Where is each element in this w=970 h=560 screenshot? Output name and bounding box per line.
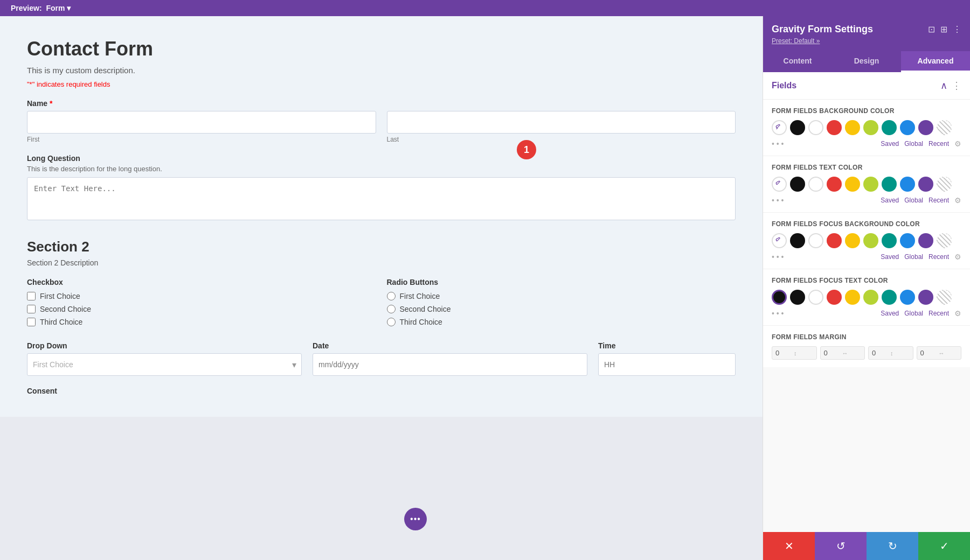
checkbox-1[interactable] — [27, 292, 36, 300]
focus-bg-green-swatch[interactable] — [863, 233, 878, 248]
tab-advanced[interactable]: Advanced — [901, 51, 970, 72]
focus-bg-saved-btn[interactable]: Saved — [881, 253, 899, 261]
settings-icon-layout[interactable]: ⊞ — [940, 24, 947, 34]
settings-icon-expand[interactable]: ⊡ — [928, 24, 935, 34]
focus-bg-yellow-swatch[interactable] — [845, 233, 860, 248]
focus-bg-red-swatch[interactable] — [827, 233, 842, 248]
tab-design[interactable]: Design — [832, 51, 901, 72]
focus-text-global-btn[interactable]: Global — [904, 310, 923, 317]
margin-left-input[interactable] — [920, 349, 937, 357]
focus-bg-black-swatch[interactable] — [790, 233, 805, 248]
focus-bg-global-btn[interactable]: Global — [904, 253, 923, 261]
checkbox-3[interactable] — [27, 318, 36, 326]
radio-group: Radio Buttons First Choice Second Choice… — [387, 278, 736, 331]
text-three-dots[interactable]: • • • — [772, 196, 784, 205]
bg-three-dots[interactable]: • • • — [772, 139, 784, 148]
text-striped-swatch[interactable] — [937, 177, 952, 192]
last-name-input[interactable] — [387, 111, 736, 134]
focus-bg-blue-swatch[interactable] — [900, 233, 915, 248]
focus-text-purple-swatch[interactable] — [918, 290, 933, 305]
bg-yellow-swatch[interactable] — [845, 120, 860, 135]
time-input[interactable] — [598, 353, 736, 376]
text-red-swatch[interactable] — [827, 177, 842, 192]
focus-bg-white-swatch[interactable] — [808, 233, 823, 248]
text-recent-btn[interactable]: Recent — [929, 197, 949, 204]
margin-bottom-input[interactable] — [872, 349, 888, 357]
focus-text-three-dots[interactable]: • • • — [772, 309, 784, 318]
bg-global-btn[interactable]: Global — [904, 140, 923, 148]
focus-text-yellow-swatch[interactable] — [845, 290, 860, 305]
bg-recent-btn[interactable]: Recent — [929, 140, 949, 148]
focus-bg-recent-btn[interactable]: Recent — [929, 253, 949, 261]
tab-content[interactable]: Content — [763, 51, 832, 72]
fields-more-icon[interactable]: ⋮ — [952, 80, 961, 92]
margin-top-input[interactable] — [775, 349, 792, 357]
focus-text-recent-btn[interactable]: Recent — [929, 310, 949, 317]
focus-bg-gear-icon[interactable]: ⚙ — [954, 253, 961, 261]
focus-text-green-swatch[interactable] — [863, 290, 878, 305]
margin-right-input[interactable] — [824, 349, 840, 357]
focus-bg-eyedropper[interactable] — [772, 233, 787, 248]
bg-black-swatch[interactable] — [790, 120, 805, 135]
focus-bg-striped-swatch[interactable] — [937, 233, 952, 248]
text-white-swatch[interactable] — [808, 177, 823, 192]
bg-green-swatch[interactable] — [863, 120, 878, 135]
consent-label: Consent — [27, 387, 736, 395]
dropdown-arrow[interactable]: ▾ — [67, 4, 71, 12]
focus-text-gear-icon[interactable]: ⚙ — [954, 309, 961, 318]
chevron-up-icon[interactable]: ∧ — [940, 80, 947, 92]
text-color-setting: Form Fields Text Color — [763, 156, 970, 213]
focus-bg-three-dots[interactable]: • • • — [772, 253, 784, 261]
text-black-swatch[interactable] — [790, 177, 805, 192]
focus-text-saved-btn[interactable]: Saved — [881, 310, 899, 317]
radio-3-label: Third Choice — [400, 318, 442, 326]
text-saved-btn[interactable]: Saved — [881, 197, 899, 204]
text-eyedropper[interactable] — [772, 177, 787, 192]
focus-text-striped-swatch[interactable] — [937, 290, 952, 305]
reset-button[interactable]: ↺ — [815, 532, 867, 560]
settings-icons: ⊡ ⊞ ⋮ — [928, 24, 961, 34]
cancel-button[interactable]: ✕ — [763, 532, 815, 560]
focus-text-white-swatch[interactable] — [808, 290, 823, 305]
focus-text-active-swatch[interactable] — [772, 290, 787, 305]
focus-text-color-title: Form Fields Focus Text Color — [772, 277, 961, 284]
required-notice: "*" indicates required fields — [27, 80, 736, 88]
focus-bg-teal-swatch[interactable] — [882, 233, 897, 248]
checkbox-2[interactable] — [27, 305, 36, 313]
text-yellow-swatch[interactable] — [845, 177, 860, 192]
text-color-row — [772, 177, 961, 192]
bg-gear-icon[interactable]: ⚙ — [954, 139, 961, 148]
text-green-swatch[interactable] — [863, 177, 878, 192]
bg-teal-swatch[interactable] — [882, 120, 897, 135]
redo-button[interactable]: ↻ — [867, 532, 918, 560]
text-blue-swatch[interactable] — [900, 177, 915, 192]
focus-text-red-swatch[interactable] — [827, 290, 842, 305]
save-button[interactable]: ✓ — [918, 532, 970, 560]
form-label[interactable]: Form — [46, 4, 65, 12]
floating-action-button[interactable]: ••• — [404, 508, 427, 530]
radio-1[interactable] — [387, 292, 396, 300]
bg-saved-btn[interactable]: Saved — [881, 140, 899, 148]
bg-striped-swatch[interactable] — [937, 120, 952, 135]
radio-2[interactable] — [387, 305, 396, 313]
text-global-btn[interactable]: Global — [904, 197, 923, 204]
long-question-textarea[interactable] — [27, 177, 736, 220]
settings-icon-more[interactable]: ⋮ — [953, 24, 961, 34]
radio-3[interactable] — [387, 318, 396, 326]
focus-bg-purple-swatch[interactable] — [918, 233, 933, 248]
text-gear-icon[interactable]: ⚙ — [954, 196, 961, 205]
bg-blue-swatch[interactable] — [900, 120, 915, 135]
radio-label: Radio Buttons — [387, 278, 736, 286]
focus-text-black-swatch[interactable] — [790, 290, 805, 305]
text-purple-swatch[interactable] — [918, 177, 933, 192]
first-name-input[interactable] — [27, 111, 376, 134]
focus-text-teal-swatch[interactable] — [882, 290, 897, 305]
bg-white-swatch[interactable] — [808, 120, 823, 135]
date-input[interactable] — [313, 353, 587, 376]
bg-eyedropper[interactable] — [772, 120, 787, 135]
focus-text-blue-swatch[interactable] — [900, 290, 915, 305]
dropdown-select[interactable]: First Choice Second Choice Third Choice — [27, 353, 302, 376]
bg-red-swatch[interactable] — [827, 120, 842, 135]
bg-purple-swatch[interactable] — [918, 120, 933, 135]
text-teal-swatch[interactable] — [882, 177, 897, 192]
